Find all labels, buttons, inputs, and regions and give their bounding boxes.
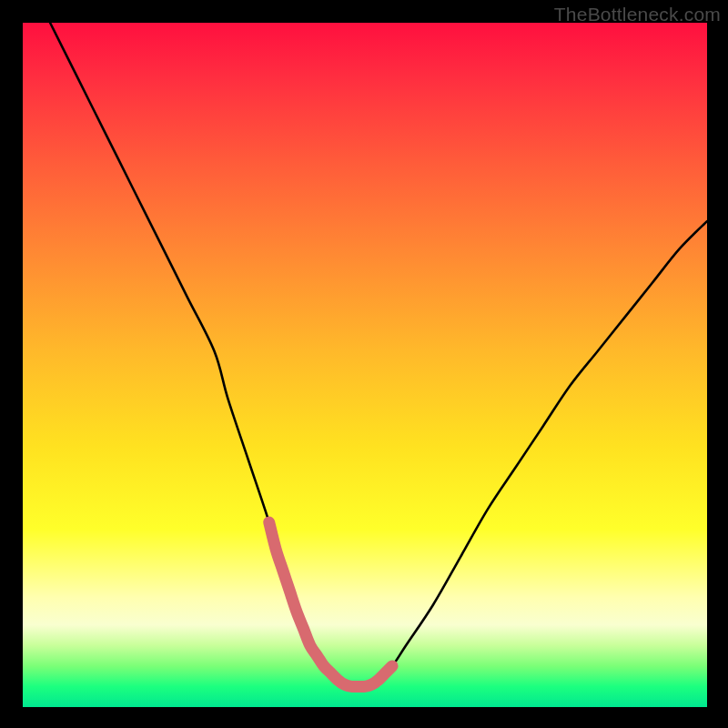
valley-highlight-path [269, 522, 392, 687]
chart-frame: TheBottleneck.com [0, 0, 728, 728]
plot-area [23, 23, 707, 707]
bottleneck-curve-path [50, 23, 707, 687]
watermark-text: TheBottleneck.com [554, 4, 721, 25]
curve-layer [23, 23, 707, 707]
